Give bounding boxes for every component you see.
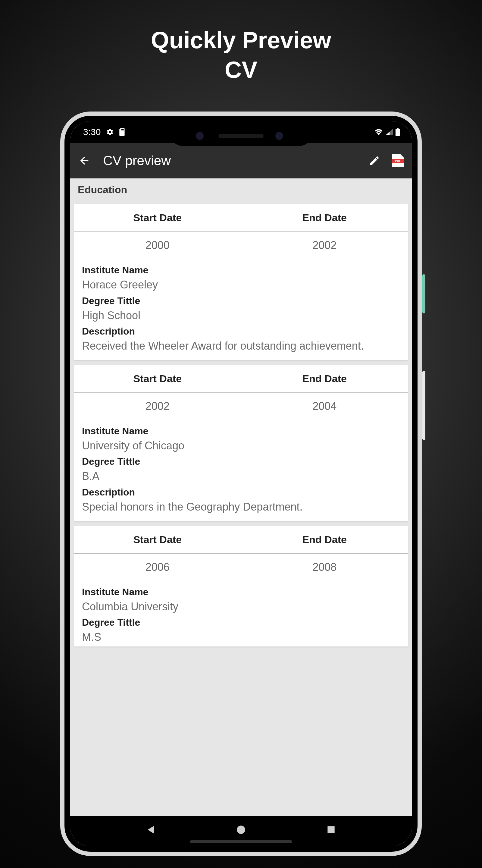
sd-card-icon — [119, 128, 125, 136]
promo-line2: CV — [0, 55, 482, 85]
export-pdf-button[interactable]: PDF — [392, 154, 404, 167]
promo-line1: Quickly Preview — [0, 26, 482, 55]
end-date-value: 2008 — [241, 554, 408, 581]
degree-label: Degree Tittle — [82, 296, 400, 307]
end-date-header: End Date — [241, 204, 408, 232]
description-label: Description — [82, 487, 400, 498]
education-card: Start Date 2000 End Date 2002 Institute … — [74, 204, 408, 360]
start-date-value: 2006 — [74, 554, 241, 581]
institute-label: Institute Name — [82, 426, 400, 437]
svg-rect-3 — [327, 826, 334, 833]
degree-value: M.S — [82, 630, 400, 645]
start-date-header: Start Date — [74, 204, 241, 232]
signal-icon — [386, 129, 393, 135]
education-card: Start Date 2006 End Date 2008 Institute … — [74, 526, 408, 647]
promo-title: Quickly Preview CV — [0, 0, 482, 84]
battery-icon — [395, 128, 400, 136]
end-date-value: 2002 — [241, 232, 408, 259]
start-date-value: 2000 — [74, 232, 241, 259]
status-time: 3:30 — [83, 127, 101, 137]
start-date-header: Start Date — [74, 526, 241, 554]
nav-home-button[interactable] — [235, 824, 247, 835]
description-label: Description — [82, 326, 400, 337]
degree-label: Degree Tittle — [82, 617, 400, 628]
institute-value: Horace Greeley — [82, 278, 400, 292]
volume-button — [422, 371, 425, 440]
institute-value: University of Chicago — [82, 438, 400, 453]
degree-label: Degree Tittle — [82, 456, 400, 467]
home-indicator — [190, 840, 292, 843]
svg-rect-0 — [395, 129, 400, 136]
edit-button[interactable] — [369, 155, 380, 166]
gear-icon — [106, 128, 114, 136]
app-bar: CV preview PDF — [70, 143, 412, 179]
nav-bar — [70, 816, 412, 846]
description-value: Received the Wheeler Award for outstandi… — [82, 339, 400, 353]
end-date-header: End Date — [241, 526, 408, 554]
pdf-label: PDF — [392, 159, 404, 163]
end-date-header: End Date — [241, 365, 408, 393]
back-button[interactable] — [78, 155, 90, 167]
institute-value: Columbia University — [82, 599, 400, 614]
svg-rect-1 — [397, 128, 398, 129]
description-value: Special honors in the Geography Departme… — [82, 500, 400, 515]
power-button — [422, 274, 425, 313]
wifi-icon — [374, 129, 383, 135]
degree-value: High School — [82, 308, 400, 323]
section-header-education: Education — [70, 179, 412, 201]
degree-value: B.A — [82, 469, 400, 484]
content-scroll[interactable]: Education Start Date 2000 End Date 2002 — [70, 179, 412, 816]
start-date-value: 2002 — [74, 393, 241, 420]
institute-label: Institute Name — [82, 587, 400, 598]
start-date-header: Start Date — [74, 365, 241, 393]
notch — [170, 121, 312, 146]
nav-recent-button[interactable] — [326, 824, 336, 835]
education-card: Start Date 2002 End Date 2004 Institute … — [74, 365, 408, 521]
end-date-value: 2004 — [241, 393, 408, 420]
nav-back-button[interactable] — [146, 824, 156, 835]
page-title: CV preview — [103, 153, 356, 168]
svg-point-2 — [237, 826, 245, 834]
phone-frame: 3:30 — [60, 112, 422, 856]
institute-label: Institute Name — [82, 265, 400, 276]
